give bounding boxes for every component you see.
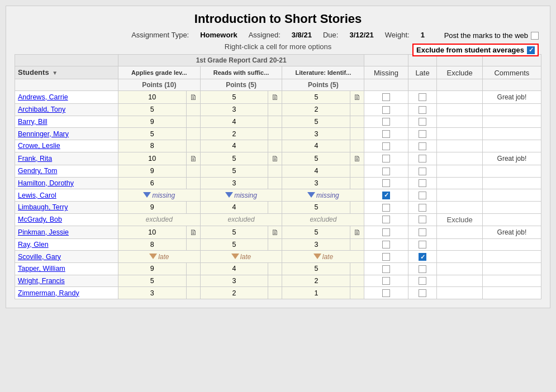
late-checkbox-cell[interactable] [408, 287, 437, 299]
missing-checkbox[interactable] [382, 253, 390, 261]
late-checkbox-cell[interactable] [408, 213, 437, 226]
late-checkbox-cell[interactable] [408, 275, 437, 287]
missing-checkbox-cell[interactable]: ✓ [364, 189, 408, 202]
late-checkbox[interactable]: ✓ [419, 253, 426, 261]
late-checkbox-cell[interactable] [408, 201, 437, 213]
student-name-link[interactable]: Scoville, Gary [18, 253, 61, 261]
late-score-cell[interactable]: late [118, 251, 201, 263]
document-icon[interactable]: 🗎 [189, 93, 197, 102]
late-checkbox[interactable] [419, 204, 426, 212]
score-cell[interactable]: 6 [118, 177, 187, 189]
missing-checkbox[interactable]: ✓ [382, 192, 390, 199]
score-cell[interactable]: 4 [200, 201, 268, 213]
missing-checkbox-cell[interactable] [364, 91, 408, 104]
missing-checkbox[interactable] [382, 241, 390, 248]
document-icon[interactable]: 🗎 [189, 228, 197, 237]
doc-icon-cell[interactable]: 🗎 [186, 226, 200, 238]
document-icon[interactable]: 🗎 [353, 228, 361, 237]
score-cell[interactable]: 4 [200, 140, 268, 152]
student-name-link[interactable]: Hamilton, Dorothy [18, 179, 74, 187]
missing-checkbox[interactable] [382, 265, 390, 273]
late-checkbox-cell[interactable] [408, 238, 437, 251]
missing-checkbox[interactable] [382, 130, 390, 138]
score-cell[interactable]: 2 [200, 287, 268, 299]
late-score-cell[interactable]: late [200, 251, 282, 263]
document-icon[interactable]: 🗎 [353, 154, 361, 163]
missing-checkbox[interactable] [382, 179, 390, 187]
score-cell[interactable]: 3 [118, 287, 187, 299]
document-icon[interactable]: 🗎 [353, 93, 361, 102]
late-checkbox[interactable] [419, 93, 426, 101]
score-cell[interactable]: 4 [200, 116, 268, 128]
late-checkbox[interactable] [419, 228, 426, 236]
score-cell[interactable]: 3 [282, 238, 350, 251]
missing-checkbox-cell[interactable] [364, 275, 408, 287]
missing-checkbox-cell[interactable] [364, 152, 408, 165]
score-cell[interactable]: 4 [200, 263, 268, 275]
score-cell[interactable]: 8 [118, 238, 187, 251]
student-name-link[interactable]: Limbaugh, Terry [18, 203, 68, 211]
missing-score-cell[interactable]: missing [200, 189, 282, 202]
missing-checkbox-cell[interactable] [364, 263, 408, 275]
score-cell[interactable]: 5 [282, 226, 350, 238]
missing-checkbox[interactable] [382, 204, 390, 212]
score-cell[interactable]: 5 [200, 238, 268, 251]
late-checkbox-cell[interactable] [408, 189, 437, 202]
excluded-score-cell[interactable]: excluded [282, 213, 364, 226]
missing-checkbox[interactable] [382, 216, 390, 223]
late-checkbox[interactable] [419, 216, 426, 223]
score-cell[interactable]: 5 [200, 165, 268, 177]
missing-checkbox-cell[interactable] [364, 165, 408, 177]
missing-checkbox-cell[interactable] [364, 287, 408, 299]
score-cell[interactable]: 5 [282, 152, 350, 165]
score-cell[interactable]: 5 [200, 91, 268, 104]
late-checkbox[interactable] [419, 241, 426, 248]
missing-checkbox-cell[interactable] [364, 140, 408, 152]
late-checkbox[interactable] [419, 142, 426, 150]
missing-checkbox[interactable] [382, 155, 390, 162]
late-checkbox-cell[interactable] [408, 177, 437, 189]
late-checkbox-cell[interactable]: ✓ [408, 251, 437, 263]
missing-checkbox[interactable] [382, 168, 390, 175]
late-checkbox[interactable] [419, 265, 426, 273]
score-cell[interactable]: 10 [118, 226, 187, 238]
score-cell[interactable]: 5 [200, 152, 268, 165]
late-checkbox[interactable] [419, 106, 426, 114]
doc-icon-cell[interactable]: 🗎 [268, 152, 282, 165]
score-cell[interactable]: 1 [282, 287, 350, 299]
missing-score-cell[interactable]: missing [118, 189, 201, 202]
student-name-link[interactable]: Frank, Rita [18, 155, 52, 162]
document-icon[interactable]: 🗎 [271, 154, 279, 163]
student-name-link[interactable]: Lewis, Carol [18, 192, 56, 199]
exclude-averages-checkbox[interactable]: ✓ [527, 46, 535, 54]
missing-checkbox[interactable] [382, 142, 390, 150]
score-cell[interactable]: 9 [118, 116, 187, 128]
missing-checkbox-cell[interactable] [364, 177, 408, 189]
missing-checkbox[interactable] [382, 93, 390, 101]
late-checkbox[interactable] [419, 277, 426, 285]
missing-checkbox[interactable] [382, 289, 390, 297]
late-checkbox-cell[interactable] [408, 165, 437, 177]
student-name-link[interactable]: Crowe, Leslie [18, 142, 60, 150]
document-icon[interactable]: 🗎 [271, 228, 279, 237]
late-checkbox[interactable] [419, 168, 426, 175]
late-checkbox[interactable] [419, 118, 426, 126]
post-marks-checkbox[interactable] [531, 32, 539, 40]
document-icon[interactable]: 🗎 [271, 93, 279, 102]
missing-checkbox[interactable] [382, 228, 390, 236]
score-cell[interactable]: 5 [282, 201, 350, 213]
score-cell[interactable]: 3 [200, 177, 268, 189]
score-cell[interactable]: 9 [118, 165, 187, 177]
score-cell[interactable]: 4 [282, 140, 350, 152]
score-cell[interactable]: 5 [282, 263, 350, 275]
student-name-link[interactable]: Archibald, Tony [18, 106, 65, 113]
student-name-link[interactable]: Barry, Bill [18, 118, 47, 126]
score-cell[interactable]: 9 [118, 201, 187, 213]
score-cell[interactable]: 5 [118, 104, 187, 116]
student-name-link[interactable]: Gendry, Tom [18, 167, 57, 175]
students-sort-icon[interactable]: ▼ [52, 70, 58, 76]
score-cell[interactable]: 9 [118, 263, 187, 275]
score-cell[interactable]: 8 [118, 140, 187, 152]
score-cell[interactable]: 5 [118, 275, 187, 287]
student-name-link[interactable]: Tapper, William [18, 265, 65, 273]
